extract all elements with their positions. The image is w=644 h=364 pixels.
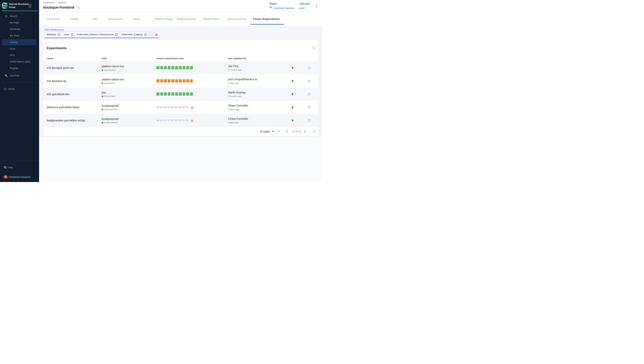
svg-text:?: ? [5,166,5,168]
